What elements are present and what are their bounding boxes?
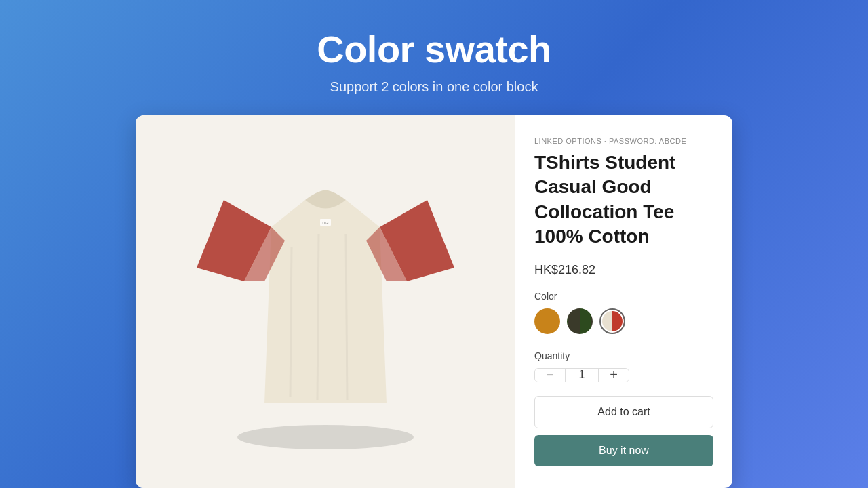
- header-section: Color swatch Support 2 colors in one col…: [317, 0, 551, 115]
- page-title: Color swatch: [317, 27, 551, 71]
- quantity-decrease-button[interactable]: −: [535, 368, 565, 382]
- buy-now-button[interactable]: Buy it now: [534, 435, 713, 466]
- color-swatch-red-cream[interactable]: [599, 308, 625, 334]
- color-swatch-orange[interactable]: [534, 308, 560, 334]
- product-details: LINKED OPTIONS · PASSWORD: ABCDE TShirts…: [515, 115, 732, 488]
- product-price: HK$216.82: [534, 263, 713, 277]
- svg-line-1: [290, 247, 292, 396]
- tshirt-illustration: LOGO: [183, 146, 468, 458]
- quantity-control: − 1 +: [534, 368, 629, 382]
- quantity-increase-button[interactable]: +: [599, 368, 629, 382]
- color-swatch-dark-green[interactable]: [567, 308, 593, 334]
- color-label: Color: [534, 291, 713, 302]
- product-image: LOGO: [136, 115, 515, 488]
- svg-text:LOGO: LOGO: [321, 221, 331, 225]
- linked-options-label: LINKED OPTIONS · PASSWORD: ABCDE: [534, 137, 713, 145]
- svg-line-3: [346, 234, 347, 400]
- page-subtitle: Support 2 colors in one color block: [317, 79, 551, 95]
- add-to-cart-button[interactable]: Add to cart: [534, 396, 713, 428]
- quantity-label: Quantity: [534, 350, 713, 361]
- product-title: TShirts Student Casual Good Collocation …: [534, 150, 713, 249]
- color-swatches: [534, 308, 713, 334]
- svg-line-2: [317, 234, 319, 400]
- svg-point-0: [237, 425, 414, 449]
- product-card: LOGO LINKED OPTIONS · PASSWORD: ABCDE TS…: [136, 115, 732, 488]
- quantity-value: 1: [565, 369, 599, 382]
